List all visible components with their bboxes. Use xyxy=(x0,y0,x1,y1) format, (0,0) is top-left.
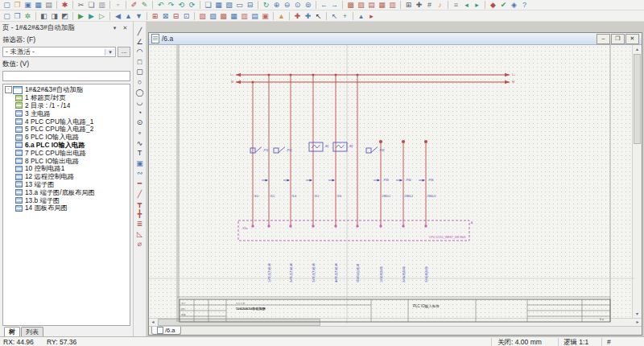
dimension-icon[interactable]: ⌀ xyxy=(134,239,146,249)
window-split-icon[interactable]: ▧ xyxy=(224,0,234,10)
chevron-down-icon[interactable]: ▾ xyxy=(105,49,115,56)
window-cascade-icon[interactable]: ❑ xyxy=(203,0,213,10)
refresh-icon[interactable]: ↻ xyxy=(261,0,271,10)
settings-icon[interactable]: ◈ xyxy=(509,0,519,10)
tree-item[interactable]: 14 面板布局图 xyxy=(4,204,130,212)
rounded-rectangle-icon[interactable]: ▢ xyxy=(134,67,146,77)
interruption-point-icon[interactable]: ◺ xyxy=(134,229,146,240)
symbol-macro-icon[interactable]: ▣ xyxy=(260,11,270,21)
spline-icon[interactable]: ∿ xyxy=(134,138,146,149)
zoom-window-icon[interactable]: ⊙ xyxy=(292,0,303,10)
arc-3point-icon[interactable]: ◡ xyxy=(134,97,146,108)
point-icon[interactable]: ∘ xyxy=(134,128,146,138)
back-icon[interactable]: ← xyxy=(319,0,329,10)
device-delete-icon[interactable]: ⊠ xyxy=(160,11,171,21)
select-icon[interactable]: ▫ xyxy=(113,0,123,10)
insert-device-icon[interactable]: ✚ xyxy=(292,11,303,21)
minimize-button[interactable]: – xyxy=(597,34,610,44)
page-copy-icon[interactable]: ❐ xyxy=(12,11,23,21)
close-view-icon[interactable]: ⊟ xyxy=(245,0,255,10)
help-icon[interactable]: ? xyxy=(519,0,530,10)
polyline-icon[interactable]: ∠ xyxy=(134,37,146,47)
end-go-icon[interactable]: ▸ xyxy=(366,11,377,21)
grid-large-icon[interactable]: ▤ xyxy=(366,0,377,10)
component-symbols[interactable]: -P11-P12-B1-B2-P32 xyxy=(250,142,385,153)
tree-item[interactable]: 13.a 端子图/底板布局图 xyxy=(4,188,130,196)
symbol-cabinet-icon[interactable]: ▩ xyxy=(218,11,229,21)
symbol-cable-icon[interactable]: ▤ xyxy=(250,11,260,21)
grid-medium-icon[interactable]: ▨ xyxy=(356,0,366,10)
marker-icon[interactable]: ▲ xyxy=(276,11,287,21)
interruption-arrows[interactable]: -P33-P34-P35 xyxy=(262,179,434,182)
align-center-icon[interactable]: ◨ xyxy=(49,11,60,21)
sheet-tab-6a[interactable]: /6.a xyxy=(151,327,181,335)
cable-definition-box[interactable]: -X3aCPU 1215C_WEST_DI8:5N41A xyxy=(238,220,473,241)
tab-tree[interactable]: 树 xyxy=(4,327,20,336)
wire-address-labels[interactable]: I3.0I3.1I3.4I3.5I3.62W0L12W0L22W0L3 xyxy=(254,195,436,198)
close-button[interactable]: ✕ xyxy=(625,34,639,44)
schematic-drawing[interactable]: L+L+MM-P11-P12-B1-B2-P32-P33-P34-P35I3.0… xyxy=(149,45,634,323)
tree-item[interactable]: 12 远程控制电路 xyxy=(4,173,130,181)
restore-button[interactable]: ❐ xyxy=(611,34,625,44)
layers-icon[interactable]: ≡ xyxy=(451,0,461,10)
text-icon[interactable]: T xyxy=(134,148,146,159)
scroll-right-icon[interactable]: ▸ xyxy=(634,319,642,326)
check-icon[interactable]: ✔ xyxy=(498,0,509,10)
redo-list-icon[interactable]: ⟳ xyxy=(187,0,197,10)
tab-list[interactable]: 列表 xyxy=(21,327,43,336)
nav-left-icon[interactable]: ◀ xyxy=(113,11,123,21)
undo-list-icon[interactable]: ⟲ xyxy=(176,0,187,10)
schematic-canvas[interactable]: L+L+MM-P11-P12-B1-B2-P32-P33-P34-P35I3.0… xyxy=(149,45,632,318)
page-next-icon[interactable]: ▸ xyxy=(472,0,482,10)
tree-root[interactable]: -1#&2#&3#自动加脂 xyxy=(4,86,130,94)
format-brush-icon[interactable]: ✐ xyxy=(129,0,139,10)
nav-down-icon[interactable]: ▼ xyxy=(134,11,144,21)
page-new-icon[interactable]: ▢ xyxy=(2,11,12,21)
device-collapse-icon[interactable]: ⊟ xyxy=(171,11,181,21)
page-filter-icon[interactable]: ✲ xyxy=(23,11,33,21)
collapse-icon[interactable]: - xyxy=(5,86,12,93)
forward-icon[interactable]: → xyxy=(329,0,340,10)
page-prev-icon[interactable]: ◂ xyxy=(461,0,472,10)
open-icon[interactable]: ❐ xyxy=(12,0,23,10)
properties-icon[interactable]: ✱ xyxy=(60,0,70,10)
hyperlink-icon[interactable]: ∾ xyxy=(134,168,146,179)
align-left-icon[interactable]: ◧ xyxy=(39,11,49,21)
ortho-icon[interactable]: # xyxy=(424,0,435,10)
save-all-icon[interactable]: ▦ xyxy=(33,0,43,10)
grid-coarse-icon[interactable]: ▥ xyxy=(387,0,398,10)
circle-icon[interactable]: ○ xyxy=(134,77,146,88)
tree-item[interactable]: 8 PLC IO输出电路 xyxy=(4,157,130,165)
sector-icon[interactable]: ◔ xyxy=(134,108,146,118)
ellipse-icon[interactable]: ◯ xyxy=(134,88,146,98)
insert-coords-icon[interactable]: + xyxy=(340,11,350,21)
filter-combobox[interactable]: - 未激活 - ▾ xyxy=(2,47,116,57)
terminal-strip-icon[interactable]: ≣ xyxy=(134,219,146,229)
window-tile-icon[interactable]: ▦ xyxy=(213,0,224,10)
filter-browse-button[interactable]: ... xyxy=(118,47,130,57)
connection-wire-icon[interactable]: ━ xyxy=(134,179,146,189)
symbol-plc-icon[interactable]: ▦ xyxy=(229,11,239,21)
device-box-icon[interactable]: ⊡ xyxy=(181,11,192,21)
symbol-terminal-icon[interactable]: ▥ xyxy=(239,11,250,21)
zoom-in-icon[interactable]: ⊕ xyxy=(271,0,282,10)
goto-first-icon[interactable]: ▶ xyxy=(76,11,86,21)
full-screen-icon[interactable]: ▭ xyxy=(234,0,245,10)
symbol-bus-icon[interactable]: ▨ xyxy=(208,11,218,21)
grid-fine-icon[interactable]: ▦ xyxy=(377,0,387,10)
image-icon[interactable]: ▣ xyxy=(134,159,146,169)
zoom-out-icon[interactable]: ⊖ xyxy=(282,0,292,10)
nav-up-icon[interactable]: ▲ xyxy=(123,11,134,21)
save-icon[interactable]: ▣ xyxy=(23,0,33,10)
input-wires[interactable] xyxy=(252,74,428,227)
select-alt-icon[interactable]: ↖ xyxy=(329,11,340,21)
copy-icon[interactable]: ❏ xyxy=(86,0,97,10)
cross-connection-icon[interactable]: ╋ xyxy=(134,209,146,220)
snap-icon[interactable]: ✚ xyxy=(414,0,424,10)
redo-icon[interactable]: ↷ xyxy=(166,0,176,10)
edit-pen-icon[interactable]: ✎ xyxy=(139,0,150,10)
panel-menu-icon[interactable]: ▾ xyxy=(109,23,120,33)
symbol-multiline-icon[interactable]: ▧ xyxy=(197,11,208,21)
vertical-scroll-thumb[interactable] xyxy=(634,54,641,144)
line-icon[interactable]: ╱ xyxy=(134,27,146,37)
